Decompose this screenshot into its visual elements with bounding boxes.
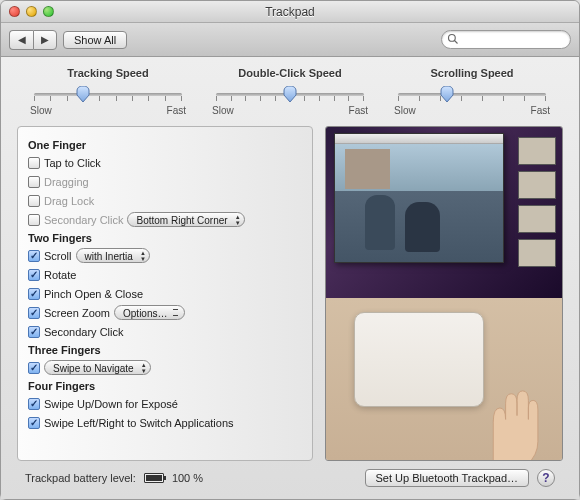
- battery-label: Trackpad battery level:: [25, 472, 136, 484]
- tap-to-click-checkbox[interactable]: [28, 157, 40, 169]
- dragging-row: Dragging: [28, 173, 302, 190]
- scroll-row: Scroll with Inertia▲▼: [28, 247, 302, 264]
- search-input[interactable]: [441, 30, 571, 49]
- back-button[interactable]: ◀: [9, 30, 33, 50]
- secondary-click-1f-row: Secondary Click Bottom Right Corner▲▼: [28, 211, 302, 228]
- expose-label: Swipe Up/Down for Exposé: [44, 398, 178, 410]
- bottom-bar: Trackpad battery level: 100 % Set Up Blu…: [17, 461, 563, 493]
- switch-apps-checkbox[interactable]: [28, 417, 40, 429]
- swipe-nav-select[interactable]: Swipe to Navigate▲▼: [44, 360, 151, 375]
- hand-graphic: [448, 370, 548, 461]
- slow-label: Slow: [394, 105, 416, 116]
- secondary-click-2f-label: Secondary Click: [44, 326, 123, 338]
- close-window-button[interactable]: [9, 6, 20, 17]
- pinch-checkbox[interactable]: [28, 288, 40, 300]
- battery-icon: [144, 473, 164, 483]
- drag-lock-checkbox: [28, 195, 40, 207]
- swipe-nav-checkbox[interactable]: [28, 362, 40, 374]
- tap-to-click-label: Tap to Click: [44, 157, 101, 169]
- battery-percent: 100 %: [172, 472, 203, 484]
- setup-bluetooth-button[interactable]: Set Up Bluetooth Trackpad…: [365, 469, 529, 487]
- scroll-label: Scroll: [44, 250, 72, 262]
- screen-zoom-label: Screen Zoom: [44, 307, 110, 319]
- switch-apps-label: Swipe Left/Right to Switch Applications: [44, 417, 234, 429]
- gesture-preview: [325, 126, 563, 461]
- minimize-window-button[interactable]: [26, 6, 37, 17]
- doubleclick-speed-slider[interactable]: [216, 85, 364, 103]
- slow-label: Slow: [30, 105, 52, 116]
- pinch-label: Pinch Open & Close: [44, 288, 143, 300]
- three-fingers-heading: Three Fingers: [28, 344, 302, 356]
- tap-to-click-row: Tap to Click: [28, 154, 302, 171]
- two-fingers-heading: Two Fingers: [28, 232, 302, 244]
- four-fingers-heading: Four Fingers: [28, 380, 302, 392]
- tracking-speed-group: Tracking Speed SlowFast: [28, 67, 188, 116]
- rotate-checkbox[interactable]: [28, 269, 40, 281]
- nav-buttons: ◀ ▶: [9, 30, 57, 50]
- slow-label: Slow: [212, 105, 234, 116]
- tracking-speed-label: Tracking Speed: [28, 67, 188, 79]
- window-controls: [1, 6, 54, 17]
- secondary-click-1f-checkbox: [28, 214, 40, 226]
- dragging-label: Dragging: [44, 176, 89, 188]
- screen-zoom-options-button[interactable]: Options…: [114, 305, 184, 320]
- preview-trackpad-area: [326, 298, 562, 460]
- expose-row: Swipe Up/Down for Exposé: [28, 395, 302, 412]
- zoom-window-button[interactable]: [43, 6, 54, 17]
- scrolling-speed-group: Scrolling Speed SlowFast: [392, 67, 552, 116]
- help-button[interactable]: ?: [537, 469, 555, 487]
- expose-checkbox[interactable]: [28, 398, 40, 410]
- drag-lock-row: Drag Lock: [28, 192, 302, 209]
- show-all-button[interactable]: Show All: [63, 31, 127, 49]
- tracking-speed-slider[interactable]: [34, 85, 182, 103]
- fast-label: Fast: [349, 105, 368, 116]
- one-finger-heading: One Finger: [28, 139, 302, 151]
- secondary-click-2f-checkbox[interactable]: [28, 326, 40, 338]
- search-field-wrap: [441, 30, 571, 49]
- pane-content: Tracking Speed SlowFast Double-Click Spe…: [1, 57, 579, 499]
- swipe-nav-row: Swipe to Navigate▲▼: [28, 359, 302, 376]
- fast-label: Fast: [167, 105, 186, 116]
- fast-label: Fast: [531, 105, 550, 116]
- scroll-inertia-select[interactable]: with Inertia▲▼: [76, 248, 150, 263]
- screen-zoom-checkbox[interactable]: [28, 307, 40, 319]
- svg-point-0: [449, 35, 456, 42]
- window-title: Trackpad: [1, 5, 579, 19]
- sliders-row: Tracking Speed SlowFast Double-Click Spe…: [17, 67, 563, 116]
- preferences-window: Trackpad ◀ ▶ Show All Tracking Speed Slo…: [0, 0, 580, 500]
- secondary-click-1f-label: Secondary Click: [44, 214, 123, 226]
- secondary-click-2f-row: Secondary Click: [28, 323, 302, 340]
- drag-lock-label: Drag Lock: [44, 195, 94, 207]
- svg-line-1: [455, 41, 458, 44]
- scrolling-speed-slider[interactable]: [398, 85, 546, 103]
- screen-zoom-row: Screen Zoom Options…: [28, 304, 302, 321]
- doubleclick-speed-label: Double-Click Speed: [210, 67, 370, 79]
- rotate-label: Rotate: [44, 269, 76, 281]
- rotate-row: Rotate: [28, 266, 302, 283]
- pinch-row: Pinch Open & Close: [28, 285, 302, 302]
- doubleclick-speed-group: Double-Click Speed SlowFast: [210, 67, 370, 116]
- search-icon: [447, 33, 459, 45]
- titlebar: Trackpad: [1, 1, 579, 23]
- preview-screen: [326, 127, 562, 298]
- secondary-click-corner-select[interactable]: Bottom Right Corner▲▼: [127, 212, 244, 227]
- gestures-panel: One Finger Tap to Click Dragging Drag Lo…: [17, 126, 313, 461]
- scrolling-speed-label: Scrolling Speed: [392, 67, 552, 79]
- forward-button[interactable]: ▶: [33, 30, 57, 50]
- scroll-checkbox[interactable]: [28, 250, 40, 262]
- switch-apps-row: Swipe Left/Right to Switch Applications: [28, 414, 302, 431]
- toolbar: ◀ ▶ Show All: [1, 23, 579, 57]
- dragging-checkbox: [28, 176, 40, 188]
- main-row: One Finger Tap to Click Dragging Drag Lo…: [17, 126, 563, 461]
